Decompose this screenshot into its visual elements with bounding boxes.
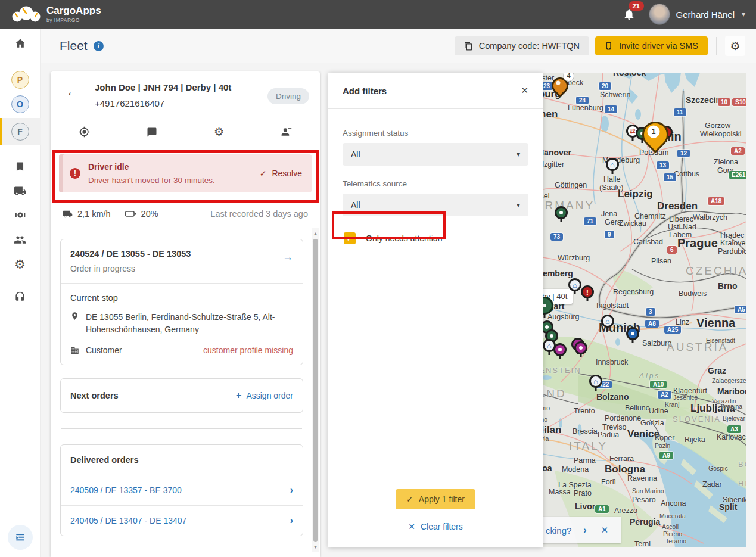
map-road-badge: 9: [605, 231, 614, 238]
customer-profile-missing-link[interactable]: customer profile missing: [203, 346, 293, 355]
locate-driver-button[interactable]: [51, 117, 118, 147]
map-marker-house[interactable]: ⌂: [606, 158, 619, 171]
only-needs-attention-row[interactable]: ✓ Only needs attention: [343, 232, 528, 244]
avatar: [649, 4, 670, 25]
driver-settings-button[interactable]: ⚙: [185, 117, 253, 147]
map-canvas: RostockMünsterLübeckHamburgSchwerinSzcze…: [543, 73, 746, 547]
driver-panel-scrollbar[interactable]: ▲ ▼: [312, 228, 319, 552]
map[interactable]: by | 40t RostockMünsterLübeckHamburgSchw…: [543, 73, 746, 547]
alert-zone: ! Driver idle Driver hasn't moved for 30…: [51, 147, 320, 200]
chat-button[interactable]: [118, 117, 185, 147]
telematics-source-select[interactable]: All ▾: [343, 194, 528, 216]
sidebar-item-workspace-o[interactable]: O: [11, 95, 29, 113]
sidebar-collapse-button[interactable]: [8, 525, 33, 550]
map-city-label: Koper: [655, 434, 674, 442]
sidebar-item-partners[interactable]: [13, 208, 27, 222]
scroll-down-icon[interactable]: ▼: [313, 542, 318, 552]
resolve-button[interactable]: ✓ Resolve: [260, 169, 302, 178]
assign-order-button[interactable]: + Assign order: [236, 390, 293, 401]
clear-filters-button[interactable]: ✕ Clear filters: [408, 522, 463, 531]
delivered-orders-title: Delivered orders: [61, 445, 303, 475]
map-city-label: Augsburg: [547, 313, 580, 321]
map-road-badge: S10: [732, 98, 746, 106]
map-marker-pin-magenta[interactable]: [553, 343, 567, 356]
survey-banner: cking? › ✕: [543, 517, 621, 543]
map-city-label: Split: [719, 502, 737, 512]
map-city-label: Pesaro: [632, 496, 656, 504]
sidebar-item-fleet[interactable]: [13, 183, 27, 198]
map-marker-house[interactable]: ⌂: [568, 278, 581, 291]
map-marker-alert-circle[interactable]: !: [581, 285, 594, 298]
person-minus-icon: [281, 126, 292, 138]
assignment-status-select[interactable]: All ▾: [343, 143, 528, 166]
chevron-right-icon: ›: [290, 485, 293, 496]
map-city-label: Rijeka: [685, 435, 705, 444]
alert-title: Driver idle: [88, 162, 215, 172]
unassign-driver-button[interactable]: [253, 117, 320, 147]
map-marker-pin-blue[interactable]: [626, 327, 639, 340]
map-city-label: Zalaegerszeg: [712, 377, 746, 384]
sidebar-item-workspace-f-selected[interactable]: F: [0, 118, 41, 145]
map-city-label: Leipzig: [618, 188, 653, 200]
map-city-label: Schwerin: [600, 91, 630, 99]
map-marker-selected[interactable]: 1: [640, 119, 667, 152]
only-needs-attention-checkbox[interactable]: ✓: [344, 232, 356, 244]
scrollbar-thumb[interactable]: [313, 239, 318, 542]
map-city-label: Udine: [649, 407, 668, 415]
sidebar-item-home[interactable]: [13, 36, 27, 51]
sidebar-item-settings[interactable]: ⚙: [13, 257, 27, 271]
app-logo[interactable]: CargoApps by IMPARGO: [11, 5, 101, 23]
banner-chevron-button[interactable]: ›: [583, 525, 586, 536]
invite-driver-label: Invite driver via SMS: [619, 41, 698, 51]
gear-icon: ⚙: [14, 258, 26, 270]
sidebar-item-drivers[interactable]: [13, 232, 27, 247]
map-city-label: Halle: [603, 175, 621, 183]
map-city-label: Zwickau: [619, 219, 646, 228]
delivered-order-row[interactable]: 240509 / DE 13357 - BE 3700 ›: [61, 475, 303, 505]
driver-actions-row: ⚙: [51, 117, 320, 147]
open-order-button[interactable]: →: [282, 251, 293, 262]
banner-close-button[interactable]: ✕: [601, 525, 609, 536]
delivered-order-row[interactable]: 240405 / DE 13407 - DE 13407 ›: [61, 505, 303, 536]
telematics-source-label: Telematics source: [343, 179, 528, 188]
map-marker-pin-green[interactable]: [555, 206, 568, 219]
sidebar-item-support[interactable]: [13, 290, 27, 304]
map-city-label: Teramo: [665, 537, 686, 544]
map-marker-house[interactable]: ⌂: [601, 315, 614, 328]
truck-icon: [14, 185, 26, 197]
invite-driver-button[interactable]: Invite driver via SMS: [595, 36, 708, 55]
brand-subtitle: by IMPARGO: [46, 17, 101, 23]
map-city-label: Hradec: [720, 231, 744, 239]
company-code-button[interactable]: Company code: HWFTQN: [455, 36, 589, 55]
map-road-badge: 24: [576, 97, 589, 104]
filters-panel: Add filters ✕ Assignment status All ▾ Te…: [328, 73, 543, 547]
current-order-card[interactable]: 240524 / DE 13055 - DE 13053 → Order in …: [60, 239, 303, 365]
sidebar-item-bookmarks[interactable]: [13, 159, 27, 173]
map-city-label: Liberec: [669, 215, 693, 223]
map-city-label: Treviso: [602, 423, 627, 431]
only-needs-attention-label: Only needs attention: [366, 234, 442, 243]
crosshair-icon: [79, 126, 90, 138]
scroll-up-icon[interactable]: ▲: [313, 228, 318, 238]
map-marker-cluster[interactable]: 4: [550, 76, 567, 97]
close-filters-button[interactable]: ✕: [521, 85, 528, 96]
chevron-down-icon: ▾: [517, 150, 520, 158]
map-city-label: Genoa: [543, 463, 552, 473]
apply-filters-button[interactable]: ✓ Apply 1 filter: [396, 489, 475, 509]
assignment-status-label: Assignment status: [343, 129, 528, 138]
notifications-button[interactable]: 21: [623, 7, 638, 22]
sidebar-divider: [8, 153, 32, 153]
fleet-settings-button[interactable]: ⚙: [725, 36, 745, 56]
back-button[interactable]: ←: [64, 85, 80, 99]
map-marker-house[interactable]: ⌂: [589, 375, 602, 388]
map-city-label: Ancona: [661, 499, 686, 508]
map-city-label: Gospic: [708, 465, 728, 472]
driver-detail-panel: ← John Doe | JNH 794 | Derby | 40t +4917…: [51, 71, 320, 557]
sidebar-item-workspace-p[interactable]: P: [11, 71, 29, 89]
user-menu[interactable]: Gerhard Hänel ▾: [649, 4, 745, 25]
info-icon[interactable]: i: [94, 41, 104, 51]
map-marker-pin-magenta[interactable]: [574, 341, 587, 354]
map-city-label: Budweis: [679, 290, 707, 298]
delivered-order-label: 240509 / DE 13357 - BE 3700: [70, 486, 182, 495]
collapse-menu-icon: [14, 531, 26, 543]
